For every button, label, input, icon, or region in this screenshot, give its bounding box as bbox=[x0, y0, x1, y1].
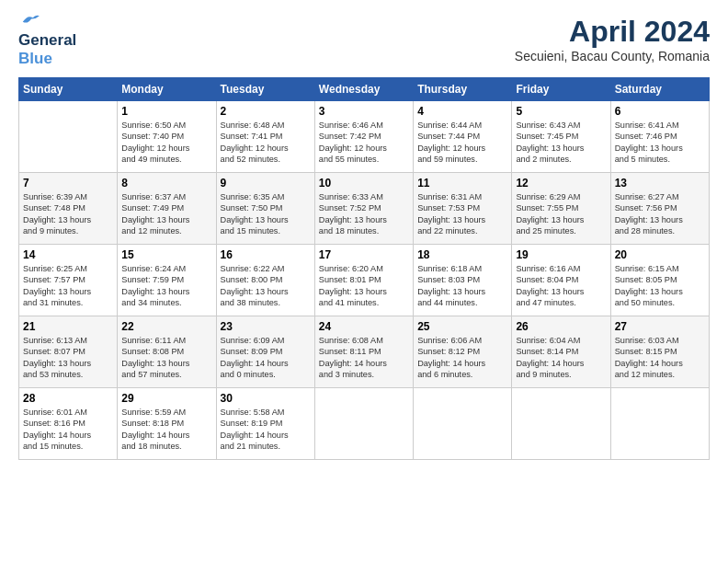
calendar-day: 27Sunrise: 6:03 AMSunset: 8:15 PMDayligh… bbox=[610, 316, 709, 388]
calendar-day bbox=[19, 101, 118, 173]
day-info: Sunrise: 6:48 AMSunset: 7:41 PMDaylight:… bbox=[221, 120, 311, 166]
calendar-day bbox=[414, 388, 512, 460]
header: General Blue April 2024 Secuieni, Bacau … bbox=[18, 15, 710, 68]
calendar-day: 6Sunrise: 6:41 AMSunset: 7:46 PMDaylight… bbox=[610, 101, 709, 173]
day-number: 22 bbox=[121, 320, 211, 333]
calendar-week-5: 28Sunrise: 6:01 AMSunset: 8:16 PMDayligh… bbox=[19, 388, 710, 460]
header-wednesday: Wednesday bbox=[314, 78, 413, 101]
calendar-day: 28Sunrise: 6:01 AMSunset: 8:16 PMDayligh… bbox=[19, 388, 118, 460]
calendar-day: 30Sunrise: 5:58 AMSunset: 8:19 PMDayligh… bbox=[216, 388, 314, 460]
calendar-day: 25Sunrise: 6:06 AMSunset: 8:12 PMDayligh… bbox=[414, 316, 512, 388]
day-info: Sunrise: 6:25 AMSunset: 7:57 PMDaylight:… bbox=[23, 263, 113, 309]
day-number: 10 bbox=[319, 177, 409, 190]
day-number: 28 bbox=[23, 392, 113, 405]
calendar-day: 13Sunrise: 6:27 AMSunset: 7:56 PMDayligh… bbox=[610, 173, 709, 245]
day-number: 5 bbox=[516, 105, 606, 118]
day-number: 2 bbox=[221, 105, 311, 118]
day-number: 11 bbox=[417, 177, 507, 190]
day-info: Sunrise: 6:46 AMSunset: 7:42 PMDaylight:… bbox=[319, 120, 409, 166]
day-number: 20 bbox=[615, 248, 705, 261]
day-number: 24 bbox=[319, 320, 409, 333]
calendar-day: 19Sunrise: 6:16 AMSunset: 8:04 PMDayligh… bbox=[512, 245, 610, 316]
day-info: Sunrise: 6:24 AMSunset: 7:59 PMDaylight:… bbox=[121, 263, 211, 309]
day-info: Sunrise: 6:16 AMSunset: 8:04 PMDaylight:… bbox=[516, 263, 606, 309]
logo-general: General bbox=[18, 31, 76, 50]
calendar-day: 3Sunrise: 6:46 AMSunset: 7:42 PMDaylight… bbox=[314, 101, 413, 173]
calendar-day: 18Sunrise: 6:18 AMSunset: 8:03 PMDayligh… bbox=[414, 245, 512, 316]
day-info: Sunrise: 6:43 AMSunset: 7:45 PMDaylight:… bbox=[516, 120, 606, 166]
calendar-day: 10Sunrise: 6:33 AMSunset: 7:52 PMDayligh… bbox=[314, 173, 413, 245]
calendar-day: 22Sunrise: 6:11 AMSunset: 8:08 PMDayligh… bbox=[118, 316, 216, 388]
page: General Blue April 2024 Secuieni, Bacau … bbox=[0, 0, 728, 469]
day-info: Sunrise: 6:03 AMSunset: 8:15 PMDaylight:… bbox=[615, 335, 705, 381]
day-number: 27 bbox=[615, 320, 705, 333]
day-number: 30 bbox=[221, 392, 311, 405]
day-number: 18 bbox=[417, 248, 507, 261]
day-info: Sunrise: 5:58 AMSunset: 8:19 PMDaylight:… bbox=[221, 407, 311, 453]
day-info: Sunrise: 6:15 AMSunset: 8:05 PMDaylight:… bbox=[615, 263, 705, 309]
day-info: Sunrise: 6:08 AMSunset: 8:11 PMDaylight:… bbox=[319, 335, 409, 381]
day-number: 29 bbox=[121, 392, 211, 405]
day-number: 4 bbox=[417, 105, 507, 118]
day-info: Sunrise: 5:59 AMSunset: 8:18 PMDaylight:… bbox=[121, 407, 211, 453]
logo-blue: Blue bbox=[18, 50, 52, 67]
day-number: 15 bbox=[121, 248, 211, 261]
day-number: 3 bbox=[319, 105, 409, 118]
calendar-day: 24Sunrise: 6:08 AMSunset: 8:11 PMDayligh… bbox=[314, 316, 413, 388]
day-info: Sunrise: 6:50 AMSunset: 7:40 PMDaylight:… bbox=[121, 120, 211, 166]
day-number: 26 bbox=[516, 320, 606, 333]
calendar-day: 12Sunrise: 6:29 AMSunset: 7:55 PMDayligh… bbox=[512, 173, 610, 245]
calendar-day: 4Sunrise: 6:44 AMSunset: 7:44 PMDaylight… bbox=[414, 101, 512, 173]
day-info: Sunrise: 6:18 AMSunset: 8:03 PMDaylight:… bbox=[417, 263, 507, 309]
calendar-day: 16Sunrise: 6:22 AMSunset: 8:00 PMDayligh… bbox=[216, 245, 314, 316]
calendar-day bbox=[314, 388, 413, 460]
day-number: 13 bbox=[615, 177, 705, 190]
day-info: Sunrise: 6:41 AMSunset: 7:46 PMDaylight:… bbox=[615, 120, 705, 166]
calendar-day: 26Sunrise: 6:04 AMSunset: 8:14 PMDayligh… bbox=[512, 316, 610, 388]
calendar-day: 14Sunrise: 6:25 AMSunset: 7:57 PMDayligh… bbox=[19, 245, 118, 316]
day-info: Sunrise: 6:33 AMSunset: 7:52 PMDaylight:… bbox=[319, 191, 409, 237]
day-number: 12 bbox=[516, 177, 606, 190]
calendar-day bbox=[512, 388, 610, 460]
day-info: Sunrise: 6:06 AMSunset: 8:12 PMDaylight:… bbox=[417, 335, 507, 381]
day-info: Sunrise: 6:39 AMSunset: 7:48 PMDaylight:… bbox=[23, 191, 113, 237]
calendar-day: 23Sunrise: 6:09 AMSunset: 8:09 PMDayligh… bbox=[216, 316, 314, 388]
day-number: 17 bbox=[319, 248, 409, 261]
day-number: 1 bbox=[121, 105, 211, 118]
calendar-day: 9Sunrise: 6:35 AMSunset: 7:50 PMDaylight… bbox=[216, 173, 314, 245]
day-info: Sunrise: 6:27 AMSunset: 7:56 PMDaylight:… bbox=[615, 191, 705, 237]
day-number: 23 bbox=[221, 320, 311, 333]
day-info: Sunrise: 6:01 AMSunset: 8:16 PMDaylight:… bbox=[23, 407, 113, 453]
header-monday: Monday bbox=[118, 78, 216, 101]
logo-bird-icon bbox=[20, 11, 40, 28]
day-info: Sunrise: 6:11 AMSunset: 8:08 PMDaylight:… bbox=[121, 335, 211, 381]
calendar-week-4: 21Sunrise: 6:13 AMSunset: 8:07 PMDayligh… bbox=[19, 316, 710, 388]
day-info: Sunrise: 6:37 AMSunset: 7:49 PMDaylight:… bbox=[121, 191, 211, 237]
day-info: Sunrise: 6:04 AMSunset: 8:14 PMDaylight:… bbox=[516, 335, 606, 381]
calendar-week-1: 1Sunrise: 6:50 AMSunset: 7:40 PMDaylight… bbox=[19, 101, 710, 173]
day-info: Sunrise: 6:20 AMSunset: 8:01 PMDaylight:… bbox=[319, 263, 409, 309]
day-number: 25 bbox=[417, 320, 507, 333]
header-saturday: Saturday bbox=[610, 78, 709, 101]
calendar-week-2: 7Sunrise: 6:39 AMSunset: 7:48 PMDaylight… bbox=[19, 173, 710, 245]
day-number: 7 bbox=[23, 177, 113, 190]
calendar-week-3: 14Sunrise: 6:25 AMSunset: 7:57 PMDayligh… bbox=[19, 245, 710, 316]
calendar-day: 8Sunrise: 6:37 AMSunset: 7:49 PMDaylight… bbox=[118, 173, 216, 245]
day-number: 16 bbox=[221, 248, 311, 261]
day-number: 8 bbox=[121, 177, 211, 190]
day-number: 21 bbox=[23, 320, 113, 333]
calendar-day: 17Sunrise: 6:20 AMSunset: 8:01 PMDayligh… bbox=[314, 245, 413, 316]
calendar-day: 2Sunrise: 6:48 AMSunset: 7:41 PMDaylight… bbox=[216, 101, 314, 173]
calendar-day: 1Sunrise: 6:50 AMSunset: 7:40 PMDaylight… bbox=[118, 101, 216, 173]
calendar-table: Sunday Monday Tuesday Wednesday Thursday… bbox=[18, 77, 710, 460]
calendar-day: 20Sunrise: 6:15 AMSunset: 8:05 PMDayligh… bbox=[610, 245, 709, 316]
header-sunday: Sunday bbox=[19, 78, 118, 101]
header-tuesday: Tuesday bbox=[216, 78, 314, 101]
day-info: Sunrise: 6:22 AMSunset: 8:00 PMDaylight:… bbox=[221, 263, 311, 309]
header-friday: Friday bbox=[512, 78, 610, 101]
day-info: Sunrise: 6:29 AMSunset: 7:55 PMDaylight:… bbox=[516, 191, 606, 237]
calendar-day: 7Sunrise: 6:39 AMSunset: 7:48 PMDaylight… bbox=[19, 173, 118, 245]
calendar-day: 29Sunrise: 5:59 AMSunset: 8:18 PMDayligh… bbox=[118, 388, 216, 460]
header-thursday: Thursday bbox=[414, 78, 512, 101]
logo: General Blue bbox=[18, 15, 76, 68]
